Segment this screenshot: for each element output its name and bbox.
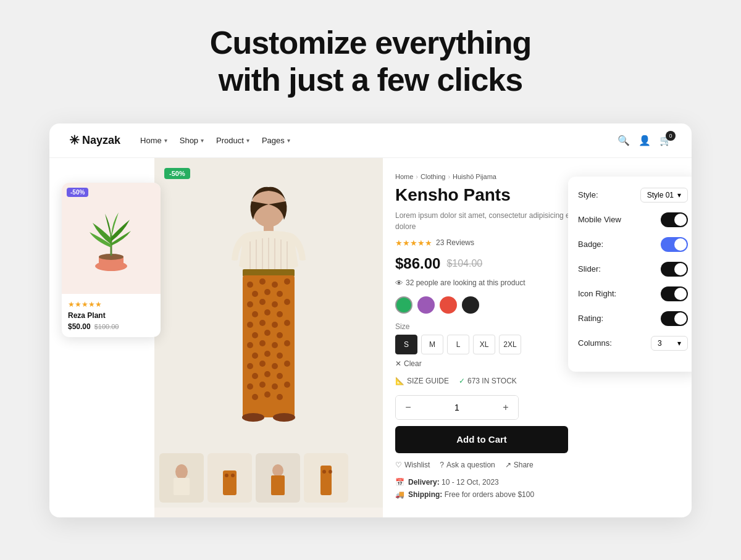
nav-pages[interactable]: Pages ▾ bbox=[262, 136, 290, 145]
rating-toggle[interactable] bbox=[661, 311, 688, 326]
svg-point-40 bbox=[284, 340, 290, 346]
mobile-view-toggle[interactable] bbox=[661, 212, 688, 227]
nav-home[interactable]: Home ▾ bbox=[140, 136, 167, 145]
slider-toggle[interactable] bbox=[661, 262, 688, 277]
svg-point-24 bbox=[259, 299, 266, 305]
plant-image bbox=[86, 201, 136, 275]
size-xl[interactable]: XL bbox=[473, 335, 495, 354]
product-stars: ★★★★★ bbox=[395, 238, 432, 248]
size-m[interactable]: M bbox=[421, 335, 443, 354]
product-price: $86.00 bbox=[395, 255, 440, 272]
svg-point-31 bbox=[259, 320, 266, 326]
svg-point-33 bbox=[284, 320, 290, 326]
thumbnail-1[interactable] bbox=[159, 453, 204, 503]
thumbnail-2[interactable] bbox=[207, 453, 252, 503]
mobile-price-row: $50.00 $100.00 bbox=[68, 322, 154, 331]
cart-icon[interactable]: 🛒 0 bbox=[659, 135, 672, 146]
headline: Customize everything with just a few cli… bbox=[210, 25, 531, 99]
svg-rect-69 bbox=[271, 475, 285, 495]
product-main-image: -50% bbox=[154, 158, 383, 448]
wishlist-link[interactable]: ♡ Wishlist bbox=[395, 461, 430, 469]
stock-row: 📐 SIZE GUIDE ✓ 673 IN STOCK bbox=[395, 377, 679, 385]
toggle-knob bbox=[674, 263, 687, 275]
size-2xl[interactable]: 2XL bbox=[499, 335, 521, 354]
svg-point-48 bbox=[252, 373, 258, 379]
mobile-product-card: -50% bbox=[62, 183, 161, 337]
svg-point-30 bbox=[247, 322, 253, 328]
size-s[interactable]: S bbox=[395, 335, 417, 354]
svg-point-43 bbox=[277, 353, 283, 359]
thumbnail-4[interactable] bbox=[304, 453, 348, 503]
badge-setting: Badge: bbox=[578, 237, 688, 252]
svg-point-59 bbox=[273, 413, 295, 422]
mobile-product-name: Reza Plant bbox=[68, 311, 154, 320]
navbar: ✳ Nayzak Home ▾ Shop ▾ Product ▾ Pages ▾… bbox=[49, 123, 692, 158]
color-swatch-green[interactable] bbox=[395, 296, 412, 314]
quantity-increase[interactable]: + bbox=[493, 396, 518, 419]
slider-setting: Slider: bbox=[578, 262, 688, 277]
in-stock-label: ✓ 673 IN STOCK bbox=[459, 377, 517, 385]
product-image-section: -50% bbox=[154, 158, 383, 517]
search-icon[interactable]: 🔍 bbox=[618, 135, 630, 146]
mobile-stars: ★★★★★ bbox=[68, 300, 154, 309]
delivery-icon: 📅 bbox=[395, 478, 404, 487]
svg-point-52 bbox=[259, 382, 266, 388]
product-price-old: $104.00 bbox=[446, 258, 482, 269]
action-links: ♡ Wishlist ? Ask a question ↗ Share bbox=[395, 461, 679, 469]
mobile-view-label: Mobile View bbox=[578, 215, 621, 224]
shipping-info: 🚚 Shipping: Free for orders above $100 bbox=[395, 490, 679, 499]
slider-label: Slider: bbox=[578, 264, 601, 274]
logo: ✳ Nayzak bbox=[69, 133, 120, 148]
svg-point-23 bbox=[247, 301, 253, 307]
size-l[interactable]: L bbox=[447, 335, 469, 354]
svg-point-32 bbox=[272, 322, 278, 328]
product-person-image bbox=[188, 173, 349, 433]
style-select[interactable]: Style 01 ▾ bbox=[640, 188, 688, 203]
columns-label: Columns: bbox=[578, 338, 612, 348]
breadcrumb-item: Huishö Pijama bbox=[453, 173, 496, 180]
toggle-knob bbox=[674, 312, 687, 325]
badge-label: Badge: bbox=[578, 240, 603, 249]
svg-point-20 bbox=[252, 291, 258, 297]
thumbnail-3[interactable] bbox=[256, 453, 300, 503]
color-swatch-red[interactable] bbox=[440, 296, 457, 314]
breadcrumb-home: Home bbox=[395, 173, 413, 180]
svg-point-46 bbox=[272, 363, 278, 369]
svg-point-57 bbox=[277, 394, 283, 400]
heart-icon: ♡ bbox=[395, 461, 402, 469]
svg-point-21 bbox=[264, 289, 270, 295]
size-guide[interactable]: 📐 SIZE GUIDE bbox=[395, 377, 449, 385]
ask-question-link[interactable]: ? Ask a question bbox=[440, 461, 495, 469]
toggle-knob bbox=[674, 238, 687, 251]
eye-icon: 👁 bbox=[395, 278, 403, 288]
quantity-value: 1 bbox=[421, 403, 493, 412]
svg-point-39 bbox=[272, 342, 278, 348]
nav-product[interactable]: Product ▾ bbox=[216, 136, 249, 145]
columns-select[interactable]: 3 ▾ bbox=[651, 336, 688, 351]
share-link[interactable]: ↗ Share bbox=[505, 461, 534, 469]
svg-point-66 bbox=[231, 474, 235, 477]
icon-right-toggle[interactable] bbox=[661, 286, 688, 301]
toggle-knob bbox=[674, 288, 687, 300]
toggle-knob bbox=[674, 214, 687, 226]
review-count: 23 Reviews bbox=[436, 238, 474, 247]
nav-links: Home ▾ Shop ▾ Product ▾ Pages ▾ bbox=[140, 136, 598, 145]
user-icon[interactable]: 👤 bbox=[638, 135, 651, 146]
svg-point-34 bbox=[252, 332, 258, 338]
color-swatch-black[interactable] bbox=[462, 296, 479, 314]
quantity-control: − 1 + bbox=[395, 395, 519, 420]
svg-point-45 bbox=[259, 361, 266, 367]
badge-toggle[interactable] bbox=[661, 237, 688, 252]
color-swatch-purple[interactable] bbox=[417, 296, 435, 314]
ui-frame: ✳ Nayzak Home ▾ Shop ▾ Product ▾ Pages ▾… bbox=[49, 123, 692, 517]
chevron-down-icon: ▾ bbox=[287, 137, 290, 144]
thumbnail-row bbox=[154, 448, 383, 508]
logo-text: Nayzak bbox=[82, 134, 120, 147]
svg-rect-64 bbox=[223, 470, 237, 495]
nav-shop[interactable]: Shop ▾ bbox=[180, 136, 204, 145]
svg-point-18 bbox=[272, 282, 278, 288]
mobile-card-image: -50% bbox=[62, 183, 161, 294]
add-to-cart-button[interactable]: Add to Cart bbox=[395, 426, 568, 453]
quantity-decrease[interactable]: − bbox=[396, 396, 421, 419]
svg-point-68 bbox=[272, 464, 283, 477]
